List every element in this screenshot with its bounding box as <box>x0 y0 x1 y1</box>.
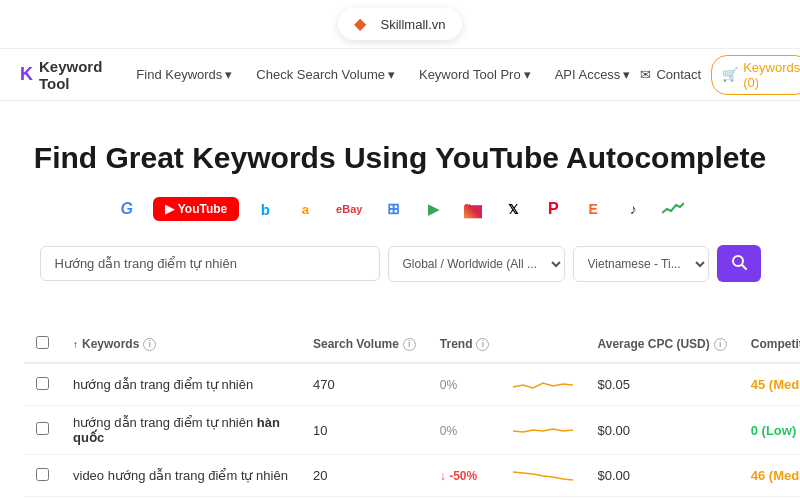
keyword-cell: hướng dẫn trang điểm mắt đẹp tự nhiên <box>61 497 301 501</box>
trend-value: ↓ -50% <box>440 469 477 483</box>
competition-cell: 46 (Medium) <box>739 455 800 497</box>
skillmall-logo-icon: ◆ <box>354 14 374 34</box>
trend-info-icon[interactable]: i <box>476 338 489 351</box>
platform-tiktok[interactable]: ♪ <box>619 195 647 223</box>
contact-label: Contact <box>656 67 701 82</box>
search-icon <box>731 254 747 270</box>
search-button[interactable] <box>717 245 761 282</box>
competition-cell: 0 (Low) <box>739 406 800 455</box>
competition-value: 45 (Medium) <box>751 377 800 392</box>
platform-instagram[interactable]: 📷 <box>459 195 487 223</box>
trend-value: 0% <box>440 378 457 392</box>
top-banner: ◆ Skillmall.vn <box>0 0 800 49</box>
volume-info-icon[interactable]: i <box>403 338 416 351</box>
cpc-cell: $0.00 <box>585 497 738 501</box>
trend-chart-cell <box>501 363 585 406</box>
row-checkbox[interactable] <box>36 422 49 435</box>
chevron-down-icon: ▾ <box>524 67 531 82</box>
row-checkbox[interactable] <box>36 377 49 390</box>
play-icon: ▶ <box>428 201 439 217</box>
trend-chart-cell <box>501 455 585 497</box>
trend-chart-icon <box>513 419 573 439</box>
th-volume-label: Search Volume <box>313 337 399 351</box>
platform-bing[interactable]: b <box>251 195 279 223</box>
pinterest-icon: P <box>548 200 559 218</box>
nav-check-volume[interactable]: Check Search Volume ▾ <box>246 61 405 88</box>
select-all-checkbox[interactable] <box>36 336 49 349</box>
keywords-table: ↑ Keywords i Search Volume i Trend i <box>24 326 800 500</box>
platform-amazon[interactable]: a <box>291 195 319 223</box>
platform-trends[interactable] <box>659 195 687 223</box>
th-keywords-label: Keywords <box>82 337 139 351</box>
platform-appstore[interactable]: ⊞ <box>379 195 407 223</box>
brand-k-icon: K <box>20 64 33 85</box>
trend-chart-cell <box>501 406 585 455</box>
table-row: video hướng dẫn trang điểm tự nhiên 20 ↓… <box>24 455 800 497</box>
banner-site-name: Skillmall.vn <box>380 17 445 32</box>
row-checkbox-cell <box>24 455 61 497</box>
language-select[interactable]: Vietnamese - Ti... <box>573 246 709 282</box>
th-checkbox <box>24 326 61 363</box>
volume-cell: 470 <box>301 363 428 406</box>
tiktok-icon: ♪ <box>630 201 637 217</box>
row-checkbox-cell <box>24 363 61 406</box>
th-search-volume: Search Volume i <box>301 326 428 363</box>
th-trend: Trend i <box>428 326 502 363</box>
sort-up-icon: ↑ <box>73 339 78 350</box>
platform-play[interactable]: ▶ <box>419 195 447 223</box>
platform-etsy[interactable]: E <box>579 195 607 223</box>
platform-x[interactable]: 𝕏 <box>499 195 527 223</box>
th-cpc-label: Average CPC (USD) <box>597 337 709 351</box>
th-trend-label: Trend <box>440 337 473 351</box>
keyword-cell: hướng dẫn trang điểm tự nhiên <box>61 363 301 406</box>
nav-pro[interactable]: Keyword Tool Pro ▾ <box>409 61 541 88</box>
nav-links: Find Keywords ▾ Check Search Volume ▾ Ke… <box>126 61 640 88</box>
platform-youtube[interactable]: ▶ YouTube <box>153 197 240 221</box>
x-icon: 𝕏 <box>508 202 518 217</box>
chevron-down-icon: ▾ <box>388 67 395 82</box>
keywords-button[interactable]: 🛒 Keywords (0) <box>711 55 800 95</box>
appstore-icon: ⊞ <box>387 200 400 218</box>
trend-cell: 0% <box>428 406 502 455</box>
hero-title: Find Great Keywords Using YouTube Autoco… <box>20 141 780 175</box>
volume-cell: 10 <box>301 497 428 501</box>
keywords-label: Keywords (0) <box>743 60 800 90</box>
google-icon: G <box>120 200 132 218</box>
chevron-down-icon: ▾ <box>225 67 232 82</box>
cpc-cell: $0.05 <box>585 363 738 406</box>
volume-cell: 20 <box>301 455 428 497</box>
trend-cell: 0% <box>428 497 502 501</box>
keyword-cell: hướng dẫn trang điểm tự nhiên hàn quốc <box>61 406 301 455</box>
row-checkbox[interactable] <box>36 468 49 481</box>
trend-chart-icon <box>513 464 573 484</box>
table-row: hướng dẫn trang điểm tự nhiên hàn quốc 1… <box>24 406 800 455</box>
platform-google[interactable]: G <box>113 195 141 223</box>
brand-logo[interactable]: K Keyword Tool <box>20 58 102 92</box>
table-row: hướng dẫn trang điểm mắt đẹp tự nhiên 10… <box>24 497 800 501</box>
ebay-icon: eBay <box>336 203 362 215</box>
location-select[interactable]: Global / Worldwide (All ... <box>388 246 565 282</box>
platform-pinterest[interactable]: P <box>539 195 567 223</box>
cpc-info-icon[interactable]: i <box>714 338 727 351</box>
keyword-bold: hàn quốc <box>73 415 280 445</box>
row-checkbox-cell <box>24 497 61 501</box>
th-competition-label: Competition <box>751 337 800 351</box>
nav-api[interactable]: API Access ▾ <box>545 61 641 88</box>
banner-inner: ◆ Skillmall.vn <box>338 8 461 40</box>
keyword-prefix: video <box>73 468 108 483</box>
contact-button[interactable]: ✉ Contact <box>640 67 701 82</box>
search-input[interactable] <box>40 246 380 281</box>
table-header-row: ↑ Keywords i Search Volume i Trend i <box>24 326 800 363</box>
platform-ebay[interactable]: eBay <box>331 195 367 223</box>
keywords-info-icon[interactable]: i <box>143 338 156 351</box>
bag-icon: 🛒 <box>722 67 738 82</box>
table-row: hướng dẫn trang điểm tự nhiên 470 0% $0.… <box>24 363 800 406</box>
trend-chart-icon <box>513 373 573 393</box>
nav-find-keywords[interactable]: Find Keywords ▾ <box>126 61 242 88</box>
trend-chart-cell <box>501 497 585 501</box>
trends-icon <box>662 201 684 217</box>
trend-cell: 0% <box>428 363 502 406</box>
keyword-cell: video hướng dẫn trang điểm tự nhiên <box>61 455 301 497</box>
chevron-down-icon: ▾ <box>623 67 630 82</box>
platform-icons: G ▶ YouTube b a eBay ⊞ ▶ 📷 <box>20 195 780 223</box>
